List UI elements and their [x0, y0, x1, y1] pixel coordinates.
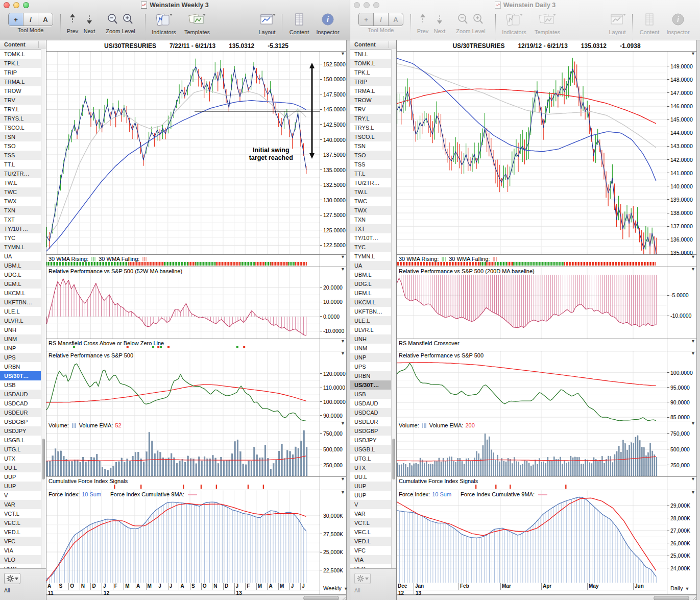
line-tool-button[interactable]: /: [374, 13, 389, 26]
symbol-list-item[interactable]: TU/2TR…: [350, 178, 396, 187]
symbol-list-item[interactable]: UTG.L: [0, 445, 46, 454]
symbol-list-item[interactable]: USDJPY: [350, 436, 396, 445]
zoom-in-icon[interactable]: [472, 13, 485, 27]
symbol-list-item[interactable]: USDAUD: [0, 390, 46, 399]
symbol-list-item[interactable]: TY/10T…: [350, 233, 396, 243]
symbol-list-item[interactable]: UUP: [350, 482, 396, 491]
sidebar-header[interactable]: Content: [0, 40, 46, 50]
symbol-list-item[interactable]: TSCO.L: [0, 123, 46, 132]
panel-disclosure-icon[interactable]: ▼: [341, 267, 345, 272]
next-icon[interactable]: [86, 13, 93, 27]
symbol-list-item[interactable]: TSS: [0, 151, 46, 160]
symbol-list-item[interactable]: UU.L: [0, 463, 46, 472]
symbol-list-item[interactable]: TW.L: [0, 178, 46, 187]
close-button[interactable]: [354, 2, 360, 8]
symbol-list-item[interactable]: V: [350, 500, 396, 509]
next-icon[interactable]: [436, 13, 443, 27]
plot-cfi[interactable]: Cumulative Force Index Signals: [46, 477, 320, 490]
plot-rsp[interactable]: Relative Performance vs S&P 500: [397, 351, 667, 421]
indicators-icon[interactable]: [155, 13, 173, 28]
layout-icon[interactable]: [258, 13, 276, 28]
symbol-list-item[interactable]: TRY.L: [350, 114, 396, 123]
panel-disclosure-icon[interactable]: ▼: [691, 490, 695, 495]
gear-menu-button[interactable]: [354, 573, 371, 584]
symbol-list-item[interactable]: ULE.L: [0, 307, 46, 316]
prev-icon[interactable]: [69, 13, 76, 27]
symbol-list-item[interactable]: ULE.L: [350, 316, 396, 325]
gear-menu-button[interactable]: [4, 573, 20, 584]
symbol-list-item[interactable]: UBM.L: [350, 270, 396, 279]
templates-icon[interactable]: [188, 13, 206, 28]
symbol-list-item[interactable]: TRMA.L: [0, 77, 46, 86]
symbol-list-item[interactable]: USDGBP: [0, 417, 46, 426]
plot-dots[interactable]: RS Mansfield Crossover: [397, 339, 667, 351]
zoom-out-icon[interactable]: [106, 13, 119, 27]
symbol-list-item[interactable]: UNP: [350, 353, 396, 362]
plot-force[interactable]: Force Index:10 SumForce Index Cumulative…: [46, 490, 320, 583]
symbol-list-item[interactable]: UKFTBN…: [350, 307, 396, 316]
text-tool-button[interactable]: A: [389, 13, 403, 26]
prev-icon[interactable]: [419, 13, 426, 27]
symbol-list-item[interactable]: UTG.L: [350, 454, 396, 463]
symbol-list-item[interactable]: TWX: [350, 206, 396, 215]
symbol-list-item[interactable]: UNP: [0, 344, 46, 353]
symbol-list-item[interactable]: TYMN.L: [350, 252, 396, 261]
plot-vol[interactable]: Volume:Volume EMA:200: [397, 421, 667, 476]
symbol-list-item[interactable]: URBN: [0, 362, 46, 371]
symbol-list-item[interactable]: V: [0, 491, 46, 500]
symbol-list-item[interactable]: USDCAD: [0, 399, 46, 408]
symbol-list-item[interactable]: TSN: [350, 141, 396, 151]
symbol-list-item[interactable]: UNM: [0, 334, 46, 344]
symbol-list-item[interactable]: TRYS.L: [350, 123, 396, 132]
resize-grip[interactable]: [691, 596, 696, 600]
symbol-list-item[interactable]: USGB.L: [350, 445, 396, 454]
symbol-list[interactable]: TOMK.LTPK.LTRIPTRMA.LTROWTRVTRY.LTRYS.LT…: [0, 50, 46, 568]
inspector-icon[interactable]: i: [671, 13, 685, 28]
symbol-list-item[interactable]: UKCM.L: [350, 298, 396, 307]
symbol-list-item[interactable]: TWX: [0, 197, 46, 206]
sidebar-scroll-thumb[interactable]: [392, 439, 395, 479]
symbol-list-item[interactable]: USDGBP: [350, 426, 396, 436]
horizontal-scrollbar[interactable]: [397, 595, 696, 600]
symbol-list-item[interactable]: TY/10T…: [0, 224, 46, 233]
panel-disclosure-icon[interactable]: ▼: [691, 477, 695, 482]
zoom-in-icon[interactable]: [122, 13, 135, 27]
symbol-list-item[interactable]: TRV: [0, 95, 46, 105]
symbol-list-item[interactable]: TPK.L: [350, 68, 396, 77]
symbol-list-item[interactable]: US/30T…: [350, 380, 396, 390]
plot-price[interactable]: [397, 52, 667, 254]
symbol-list-item[interactable]: UNH: [0, 325, 46, 334]
panel-disclosure-icon[interactable]: ▼: [341, 255, 345, 259]
sidebar-scrollbar[interactable]: [41, 49, 46, 569]
sidebar-scroll-thumb[interactable]: [42, 439, 45, 479]
symbol-list-item[interactable]: UDG.L: [350, 279, 396, 289]
symbol-list-item[interactable]: UKFTBN…: [0, 298, 46, 307]
crosshair-tool-button[interactable]: +: [359, 13, 374, 26]
horizontal-scroll-thumb[interactable]: [303, 596, 339, 600]
symbol-list-item[interactable]: UA: [350, 261, 396, 270]
panel-disclosure-icon[interactable]: ▼: [341, 421, 345, 426]
symbol-list-item[interactable]: TSCO.L: [350, 132, 396, 141]
symbol-list-item[interactable]: ULVR.L: [350, 325, 396, 334]
symbol-list-item[interactable]: TYMN.L: [0, 243, 46, 252]
symbol-list-item[interactable]: TSS: [350, 160, 396, 169]
symbol-list-item[interactable]: TPK.L: [0, 59, 46, 68]
symbol-list-item[interactable]: TWC: [0, 187, 46, 197]
titlebar[interactable]: Weinstein Daily 3: [350, 0, 700, 10]
panel-disclosure-icon[interactable]: ▼: [691, 52, 695, 56]
symbol-list-item[interactable]: TSO: [0, 141, 46, 151]
panel-disclosure-icon[interactable]: ▼: [341, 339, 345, 344]
periodicity-dropdown[interactable]: Weekly▼: [323, 585, 348, 591]
symbol-list-item[interactable]: TROW: [0, 86, 46, 95]
symbol-list-item[interactable]: UPS: [0, 353, 46, 362]
plot-force[interactable]: Force Index:10 SumForce Index Cumulative…: [397, 490, 667, 583]
symbol-list-item[interactable]: VAR: [350, 509, 396, 518]
panel-disclosure-icon[interactable]: ▼: [691, 339, 695, 344]
symbol-list-item[interactable]: VAR: [0, 500, 46, 509]
symbol-list-item[interactable]: UKCM.L: [0, 289, 46, 298]
symbol-list-item[interactable]: UTX: [350, 463, 396, 472]
symbol-list-item[interactable]: USGB.L: [0, 436, 46, 445]
symbol-list[interactable]: TNI.LTOMK.LTPK.LTRIPTRMA.LTROWTRVTRY.LTR…: [350, 50, 396, 568]
plot-strip[interactable]: 30 WMA Rising:30 WMA Falling:: [397, 255, 667, 267]
symbol-list-item[interactable]: UNH: [350, 334, 396, 344]
